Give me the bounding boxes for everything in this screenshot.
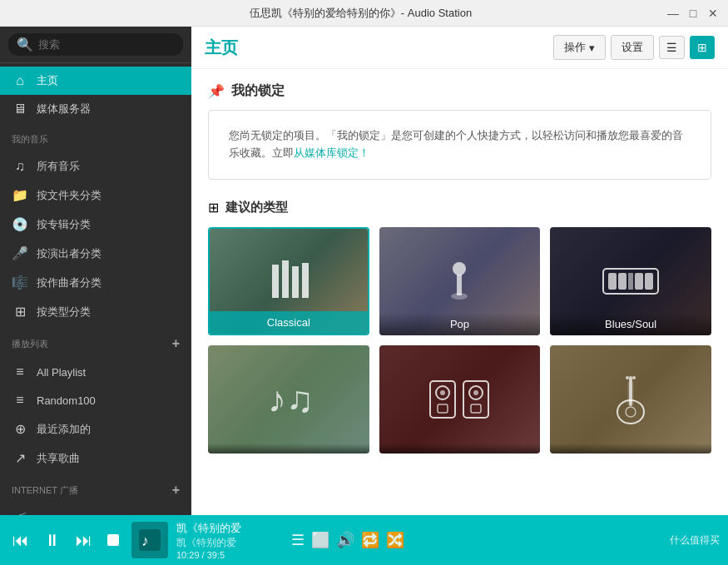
track-subtitle: 凯《特别的爱 xyxy=(176,536,276,550)
sidebar-item-all-playlist[interactable]: ≡ All Playlist xyxy=(0,358,191,386)
settings-button[interactable]: 设置 xyxy=(611,35,654,60)
lyrics-button[interactable]: ⬜ xyxy=(311,531,329,549)
sidebar-item-all-music[interactable]: ♫ 所有音乐 xyxy=(0,152,191,181)
artist-icon: 🎤 xyxy=(12,245,28,261)
main-nav: ⌂ 主页 🖥 媒体服务器 xyxy=(0,63,191,126)
svg-rect-11 xyxy=(635,273,643,290)
internet-title: INTERNET 广播 xyxy=(12,484,78,497)
sidebar: 🔍 ⌂ 主页 🖥 媒体服务器 我的音乐 xyxy=(0,27,191,515)
lock-empty-message: 您尚无锁定的项目。「我的锁定」是您可创建的个人快捷方式，以轻松访问和播放您最喜爱… xyxy=(208,110,711,180)
my-lock-title: 我的锁定 xyxy=(231,82,285,100)
sidebar-item-home-label: 主页 xyxy=(37,73,58,88)
genre-icon: ⊞ xyxy=(12,304,28,320)
genre-card-unknown2[interactable] xyxy=(379,345,541,453)
unknown1-label xyxy=(208,444,369,453)
svg-point-25 xyxy=(626,376,629,379)
pin-icon: 📌 xyxy=(208,83,225,99)
svg-rect-17 xyxy=(438,404,448,413)
svg-text:♪: ♪ xyxy=(141,533,149,549)
window-title: 伍思凯《特别的爱给特别的你》- Audio Station xyxy=(57,6,665,21)
blues-label: Blues/Soul xyxy=(550,313,711,335)
minimize-button[interactable]: — xyxy=(665,5,681,22)
sidebar-item-media-server-label: 媒体服务器 xyxy=(37,102,91,116)
sidebar-item-recently-added[interactable]: ⊕ 最近添加的 xyxy=(0,414,191,444)
sidebar-item-by-genre[interactable]: ⊞ 按类型分类 xyxy=(0,297,191,326)
sidebar-item-home[interactable]: ⌂ 主页 xyxy=(0,67,191,95)
main-content: 主页 操作 ▾ 设置 ☰ ⊞ xyxy=(191,27,728,515)
svg-rect-21 xyxy=(471,404,481,413)
action-label: 操作 xyxy=(564,40,586,55)
add-internet-button[interactable]: + xyxy=(172,483,180,498)
page-title: 主页 xyxy=(205,37,238,59)
repeat-button[interactable]: 🔁 xyxy=(361,531,379,549)
my-music-section: 我的音乐 xyxy=(0,126,191,149)
playlist-title: 播放列表 xyxy=(12,338,48,350)
music-icon: ♫ xyxy=(12,159,28,174)
track-title: 凯《特别的爱 xyxy=(176,521,276,536)
suggested-grid-icon: ⊞ xyxy=(208,200,219,216)
player-controls: ⏮ ⏸ ⏭ xyxy=(8,528,123,553)
shuffle-button[interactable]: 🔀 xyxy=(386,531,404,549)
sidebar-item-by-folder[interactable]: 📁 按文件夹分类 xyxy=(0,181,191,210)
unknown2-bg xyxy=(379,345,541,453)
genre-card-unknown1[interactable]: ♪♫ xyxy=(208,345,369,453)
player-extra-controls: ☰ ⬜ 🔊 🔁 🔀 xyxy=(291,531,404,549)
my-lock-header: 📌 我的锁定 xyxy=(208,82,711,100)
sidebar-item-random100[interactable]: ≡ Random100 xyxy=(0,386,191,414)
list-view-icon: ☰ xyxy=(666,41,677,54)
sidebar-item-shared-songs-label: 共享歌曲 xyxy=(37,451,80,466)
close-button[interactable]: ✕ xyxy=(705,5,721,22)
list-view-button[interactable]: ☰ xyxy=(659,36,685,59)
sidebar-item-all-playlist-label: All Playlist xyxy=(37,366,86,379)
track-info: 凯《特别的爱 凯《特别的爱 10:29 / 39:5 xyxy=(176,521,276,560)
grid-view-icon: ⊞ xyxy=(697,41,707,54)
main-scroll[interactable]: 📌 我的锁定 您尚无锁定的项目。「我的锁定」是您可创建的个人快捷方式，以轻松访问… xyxy=(191,69,728,515)
volume-button[interactable]: 🔊 xyxy=(336,531,354,549)
action-button[interactable]: 操作 ▾ xyxy=(553,35,606,60)
genre-card-pop[interactable]: Pop xyxy=(379,227,541,335)
suggested-title: 建议的类型 xyxy=(225,200,288,216)
main-toolbar: 主页 操作 ▾ 设置 ☰ ⊞ xyxy=(191,27,728,69)
next-button[interactable]: ⏭ xyxy=(72,528,97,553)
svg-rect-8 xyxy=(608,273,617,290)
sidebar-item-shared-songs[interactable]: ↗ 共享歌曲 xyxy=(0,444,191,473)
svg-rect-1 xyxy=(282,260,289,298)
stop-button[interactable] xyxy=(103,530,123,550)
album-icon: 💿 xyxy=(12,216,28,232)
playlist-button[interactable]: ☰ xyxy=(291,531,305,549)
classical-label: Classical xyxy=(210,311,368,334)
sidebar-item-shoutcast[interactable]: 📻 SHOUTcast(TM) xyxy=(0,504,191,515)
genre-card-classical[interactable]: Classical xyxy=(208,227,369,335)
maximize-button[interactable]: □ xyxy=(685,5,701,22)
sidebar-item-media-server[interactable]: 🖥 媒体服务器 xyxy=(0,95,191,123)
previous-button[interactable]: ⏮ xyxy=(8,528,33,553)
toolbar-buttons: 操作 ▾ 设置 ☰ ⊞ xyxy=(553,35,715,60)
sidebar-item-all-music-label: 所有音乐 xyxy=(37,159,80,174)
genre-card-unknown3[interactable] xyxy=(550,345,711,453)
composer-icon: 🎼 xyxy=(12,275,28,290)
sidebar-item-by-artist[interactable]: 🎤 按演出者分类 xyxy=(0,239,191,268)
server-icon: 🖥 xyxy=(12,102,28,116)
unknown3-label xyxy=(550,444,711,453)
svg-rect-5 xyxy=(457,275,462,295)
app-container: 🔍 ⌂ 主页 🖥 媒体服务器 我的音乐 xyxy=(0,27,728,565)
my-music-title: 我的音乐 xyxy=(12,133,48,146)
svg-rect-12 xyxy=(645,273,653,290)
track-time: 10:29 / 39:5 xyxy=(176,550,276,560)
svg-rect-10 xyxy=(628,273,633,290)
pause-button[interactable]: ⏸ xyxy=(40,528,65,553)
search-input[interactable] xyxy=(38,38,175,51)
playlist-nav: ≡ All Playlist ≡ Random100 ⊕ 最近添加的 ↗ 共享歌… xyxy=(0,354,191,476)
sidebar-item-by-folder-label: 按文件夹分类 xyxy=(37,188,102,203)
genre-card-blues[interactable]: Blues/Soul xyxy=(550,227,711,335)
folder-icon: 📁 xyxy=(12,187,28,203)
add-playlist-button[interactable]: + xyxy=(172,336,180,351)
sidebar-item-by-album[interactable]: 💿 按专辑分类 xyxy=(0,210,191,239)
player-bar: ⏮ ⏸ ⏭ ♪ 凯《特别的爱 凯《特别的爱 10:29 / 39:5 ☰ ⬜ 🔊… xyxy=(0,515,728,565)
svg-rect-3 xyxy=(302,263,309,298)
grid-view-button[interactable]: ⊞ xyxy=(690,36,715,59)
sidebar-item-by-composer[interactable]: 🎼 按作曲者分类 xyxy=(0,268,191,297)
svg-point-20 xyxy=(473,390,478,395)
sidebar-item-random100-label: Random100 xyxy=(37,394,96,407)
content-area: 🔍 ⌂ 主页 🖥 媒体服务器 我的音乐 xyxy=(0,27,728,515)
